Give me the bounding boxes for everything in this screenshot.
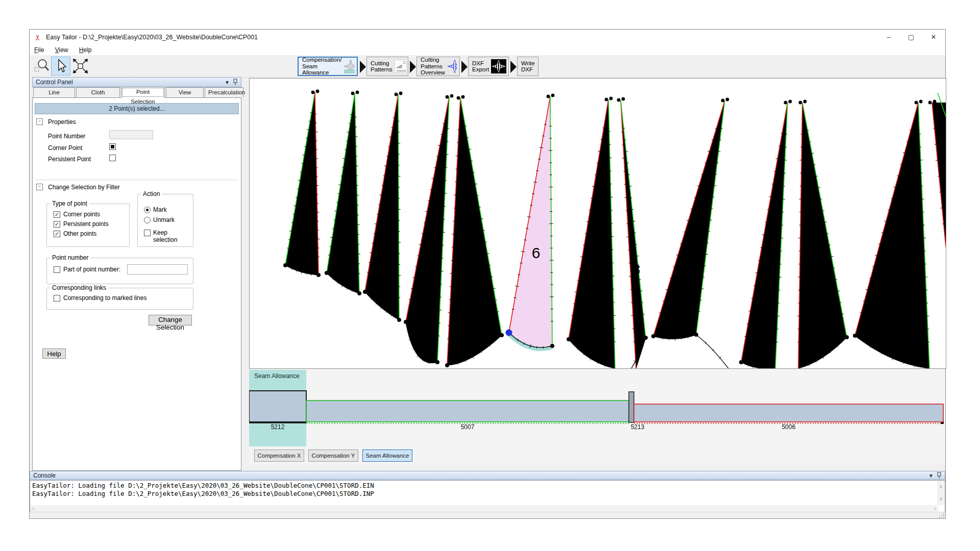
tab-view-options[interactable]: View Options bbox=[166, 87, 204, 97]
cursor-icon bbox=[52, 57, 70, 75]
menu-file[interactable]: File bbox=[30, 45, 48, 55]
console-line: EasyTailor: Loading file D:\2_Projekte\E… bbox=[32, 490, 374, 498]
maximize-button[interactable]: ▢ bbox=[900, 30, 922, 45]
control-panel-header[interactable]: Control Panel ▼ bbox=[32, 77, 241, 87]
seam-allowance-panel: 5212500752135006 Seam Allowance Compensa… bbox=[249, 370, 945, 464]
other-points-label: Other points bbox=[63, 230, 96, 237]
point-number-field[interactable] bbox=[109, 130, 153, 139]
piece-number: 8 bbox=[632, 261, 641, 278]
filter-collapse-icon[interactable]: − bbox=[36, 184, 43, 190]
status-bar bbox=[30, 512, 945, 518]
point-number-group: Point number Part of point number: bbox=[46, 258, 193, 284]
zoom-tool-button[interactable] bbox=[32, 57, 51, 76]
persistent-points-checkbox[interactable]: ✓ bbox=[54, 221, 60, 228]
tab-cloth-selection[interactable]: Cloth Selection bbox=[76, 87, 120, 97]
unmark-radio[interactable] bbox=[144, 217, 151, 223]
magnifier-icon bbox=[32, 57, 51, 75]
corresponding-label: Corresponding to marked lines bbox=[63, 294, 146, 302]
change-selection-button[interactable]: Change Selection bbox=[149, 315, 192, 325]
control-panel-body: 2 Point(s) selected... − Properties Poin… bbox=[32, 97, 241, 471]
window-title: Easy Tailor - D:\2_Projekte\Easy\2020\03… bbox=[46, 34, 258, 41]
control-panel-tabstrip: Line Selection Cloth Selection Point Sel… bbox=[32, 87, 241, 97]
seam-panel-title: Seam Allowance bbox=[254, 372, 300, 380]
step-write-dxf[interactable]: Write DXF bbox=[517, 57, 538, 76]
corner-point-checkbox[interactable] bbox=[109, 143, 116, 150]
piece-number: 5 bbox=[467, 244, 475, 261]
menu-view[interactable]: View bbox=[51, 45, 73, 55]
pattern-canvas[interactable]: 123456789101112 bbox=[249, 78, 946, 369]
piece-number: 6 bbox=[532, 244, 541, 261]
seam-bar bbox=[634, 404, 943, 422]
piece-number: 11 bbox=[814, 271, 830, 288]
keep-selection-checkbox[interactable] bbox=[144, 230, 151, 236]
piece-number: 9 bbox=[691, 264, 699, 281]
select-tool-button[interactable] bbox=[51, 57, 70, 76]
part-of-point-number-field[interactable] bbox=[127, 264, 188, 274]
keep-selection-label: Keep selection bbox=[153, 229, 193, 243]
seam-bar-label: 5213 bbox=[631, 423, 645, 431]
persistent-points-label: Persistent points bbox=[63, 220, 109, 228]
console-collapse-icon[interactable]: ▼ bbox=[928, 473, 937, 479]
mark-label: Mark bbox=[153, 206, 167, 213]
persistent-point-checkbox[interactable] bbox=[109, 155, 116, 161]
console-header[interactable]: Console ▼ bbox=[30, 471, 945, 480]
properties-collapse-icon[interactable]: − bbox=[36, 118, 43, 125]
point-number-label: Point Number bbox=[48, 133, 85, 140]
workflow-arrow-icon bbox=[360, 61, 366, 73]
mark-radio[interactable] bbox=[144, 207, 151, 213]
minimize-button[interactable]: – bbox=[877, 30, 900, 45]
type-of-point-group: Type of point ✓ Corner points ✓ Persiste… bbox=[46, 204, 130, 247]
step-label: Cutting Patterns Overview bbox=[421, 57, 445, 76]
tab-seam-allowance[interactable]: Seam Allowance bbox=[362, 449, 412, 462]
step-cutting-patterns[interactable]: Cutting Patterns bbox=[366, 57, 408, 76]
compensation-icon bbox=[344, 59, 355, 73]
workflow-arrow-icon bbox=[510, 61, 517, 73]
panel-pin-icon[interactable] bbox=[233, 79, 238, 85]
tab-point-selection[interactable]: Point Selection bbox=[121, 87, 165, 98]
piece-number: 4 bbox=[425, 256, 433, 272]
resize-grip-icon[interactable] bbox=[939, 513, 945, 518]
properties-header: Properties bbox=[48, 118, 76, 126]
help-button[interactable]: Help bbox=[42, 348, 66, 359]
zoom-region-tool-button[interactable] bbox=[70, 57, 90, 76]
seam-bar bbox=[629, 392, 634, 422]
step-compensation-seam-allowance[interactable]: Compensation/ Seam Allowance bbox=[298, 57, 358, 76]
filter-header: Change Selection by Filter bbox=[48, 184, 120, 191]
tab-line-selection[interactable]: Line Selection bbox=[33, 87, 75, 97]
corresponding-checkbox[interactable] bbox=[54, 295, 60, 302]
seam-bar-label: 5212 bbox=[271, 423, 285, 431]
unmark-label: Unmark bbox=[153, 216, 175, 223]
app-window: ✂ Easy Tailor - D:\2_Projekte\Easy\2020\… bbox=[29, 29, 946, 519]
close-button[interactable]: ✕ bbox=[922, 30, 945, 45]
step-label: Write DXF bbox=[521, 60, 535, 73]
persistent-point-label: Persistent Point bbox=[48, 156, 91, 163]
step-cutting-patterns-overview[interactable]: Cutting Patterns Overview bbox=[416, 57, 460, 76]
tab-compensation-y[interactable]: Compensation Y bbox=[308, 449, 358, 462]
seam-bar bbox=[249, 391, 306, 422]
step-dxf-export[interactable]: DXF Export bbox=[468, 57, 509, 76]
console-vscrollbar[interactable]: ∧∨ bbox=[937, 481, 945, 505]
piece-number: 3 bbox=[382, 229, 390, 245]
corresponding-links-label: Corresponding links bbox=[50, 284, 108, 291]
tab-precalculation[interactable]: Precalculation bbox=[205, 87, 243, 97]
corresponding-links-group: Corresponding links Corresponding to mar… bbox=[46, 288, 193, 310]
seam-bar bbox=[306, 400, 629, 422]
corner-points-checkbox[interactable]: ✓ bbox=[54, 211, 60, 218]
piece-number: 2 bbox=[342, 208, 351, 224]
seam-bar-label: 5007 bbox=[461, 423, 475, 431]
toolbar: Compensation/ Seam Allowance Cutting Pat… bbox=[30, 55, 945, 78]
step-label: DXF Export bbox=[472, 60, 489, 73]
seam-bar-label: 5006 bbox=[782, 423, 796, 431]
panel-collapse-icon[interactable]: ▼ bbox=[225, 80, 233, 85]
piece-number: 10 bbox=[759, 279, 776, 296]
other-points-checkbox[interactable]: ✓ bbox=[54, 231, 60, 237]
part-of-point-number-checkbox[interactable] bbox=[54, 266, 60, 273]
corner-point-label: Corner Point bbox=[48, 144, 82, 152]
console-body: EasyTailor: Loading file D:\2_Projekte\E… bbox=[30, 480, 945, 513]
tab-compensation-x[interactable]: Compensation X bbox=[254, 449, 304, 462]
workflow-arrow-icon bbox=[410, 61, 416, 73]
console-pin-icon[interactable] bbox=[937, 472, 942, 479]
menu-help[interactable]: Help bbox=[75, 45, 96, 55]
dxf-export-icon bbox=[491, 59, 506, 73]
control-panel-title: Control Panel bbox=[36, 79, 73, 86]
